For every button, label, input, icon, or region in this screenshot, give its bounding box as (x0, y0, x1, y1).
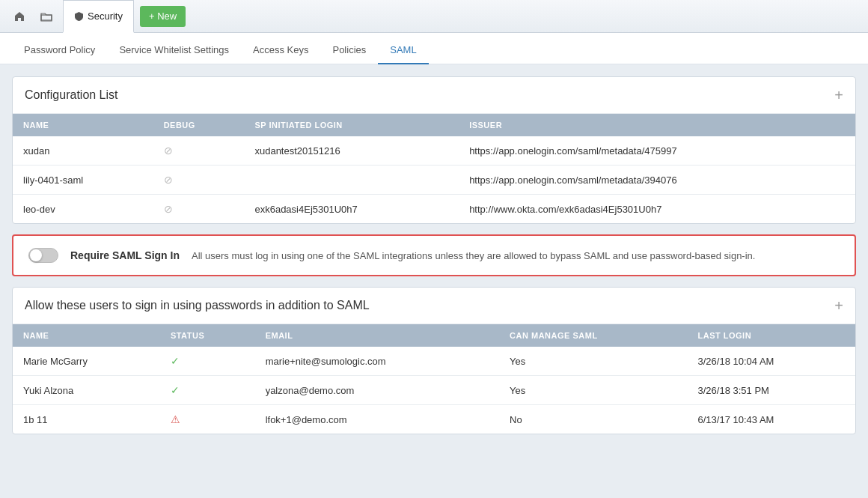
saml-toggle-section: Require SAML Sign In All users must log … (12, 234, 856, 276)
ucol-status: STATUS (160, 324, 255, 347)
cell-issuer: http://www.okta.com/exk6adasi4Ej5301U0h7 (459, 195, 855, 224)
cell-issuer: https://app.onelogin.com/saml/metadata/4… (459, 136, 855, 166)
table-row[interactable]: Marie McGarry ✓ marie+nite@sumologic.com… (13, 347, 855, 376)
cell-debug: ⊘ (153, 136, 245, 166)
cell-last-login: 3/26/18 3:51 PM (688, 376, 856, 405)
ucol-email: EMAIL (255, 324, 499, 347)
cell-sp-login: xudantest20151216 (244, 136, 459, 166)
cell-name: 1b 11 (13, 405, 160, 434)
cell-email: marie+nite@sumologic.com (255, 347, 499, 376)
cell-can-manage: No (499, 405, 687, 434)
config-list-card: Configuration List + NAME DEBUG SP INITI… (12, 76, 856, 224)
cell-debug: ⊘ (153, 195, 245, 224)
cell-name: Yuki Alzona (13, 376, 160, 405)
toggle-thumb (30, 249, 42, 261)
cell-email: lfok+1@demo.com (255, 405, 499, 434)
home-icon[interactable] (9, 6, 30, 27)
saml-toggle-desc: All users must log in using one of the S… (192, 250, 755, 261)
cell-last-login: 3/26/18 10:04 AM (688, 347, 856, 376)
cell-issuer: https://app.onelogin.com/saml/metadata/3… (459, 166, 855, 195)
tab-service-whitelist[interactable]: Service Whitelist Settings (107, 37, 241, 64)
ucol-name: NAME (13, 324, 160, 347)
main-content: Configuration List + NAME DEBUG SP INITI… (0, 64, 868, 498)
table-row[interactable]: leo-dev ⊘ exk6adasi4Ej5301U0h7 http://ww… (13, 195, 855, 224)
config-list-header: Configuration List + (13, 77, 855, 114)
tab-policies[interactable]: Policies (320, 37, 378, 64)
add-user-button[interactable]: + (834, 298, 843, 313)
saml-toggle[interactable] (28, 248, 58, 263)
svg-rect-0 (41, 15, 52, 20)
cell-name: Marie McGarry (13, 347, 160, 376)
ucol-manage: CAN MANAGE SAML (499, 324, 687, 347)
cell-can-manage: Yes (499, 347, 687, 376)
cell-status: ✓ (160, 376, 255, 405)
tab-access-keys[interactable]: Access Keys (241, 37, 320, 64)
add-config-button[interactable]: + (834, 88, 843, 103)
cell-debug: ⊘ (153, 166, 245, 195)
table-row[interactable]: Yuki Alzona ✓ yalzona@demo.com Yes 3/26/… (13, 376, 855, 405)
warning-icon: ⚠ (171, 413, 180, 425)
ucol-last-login: LAST LOGIN (688, 324, 856, 347)
table-row[interactable]: 1b 11 ⚠ lfok+1@demo.com No 6/13/17 10:43… (13, 405, 855, 434)
cell-name: leo-dev (13, 195, 153, 224)
cell-email: yalzona@demo.com (255, 376, 499, 405)
saml-toggle-label: Require SAML Sign In (70, 249, 180, 261)
cell-name: lily-0401-saml (13, 166, 153, 195)
new-button[interactable]: + New (140, 6, 186, 27)
check-icon: ✓ (171, 384, 180, 396)
cell-status: ⚠ (160, 405, 255, 434)
users-table: NAME STATUS EMAIL CAN MANAGE SAML LAST L… (13, 324, 855, 434)
col-name: NAME (13, 114, 153, 136)
users-card: Allow these users to sign in using passw… (12, 287, 856, 434)
config-table: NAME DEBUG SP INITIATED LOGIN ISSUER xud… (13, 114, 855, 223)
cell-sp-login: exk6adasi4Ej5301U0h7 (244, 195, 459, 224)
tab-password-policy[interactable]: Password Policy (12, 37, 107, 64)
table-row[interactable]: lily-0401-saml ⊘ https://app.onelogin.co… (13, 166, 855, 195)
cell-name: xudan (13, 136, 153, 166)
cell-can-manage: Yes (499, 376, 687, 405)
cell-status: ✓ (160, 347, 255, 376)
cell-sp-login (244, 166, 459, 195)
security-tab[interactable]: Security (63, 0, 134, 33)
config-list-title: Configuration List (25, 88, 118, 102)
users-card-header: Allow these users to sign in using passw… (13, 288, 855, 324)
col-issuer: ISSUER (459, 114, 855, 136)
folder-icon[interactable] (36, 6, 57, 27)
col-debug: DEBUG (153, 114, 245, 136)
table-row[interactable]: xudan ⊘ xudantest20151216 https://app.on… (13, 136, 855, 166)
tab-saml[interactable]: SAML (378, 37, 428, 64)
cell-last-login: 6/13/17 10:43 AM (688, 405, 856, 434)
subnav: Password Policy Service Whitelist Settin… (0, 33, 868, 64)
check-icon: ✓ (171, 355, 180, 367)
users-card-title: Allow these users to sign in using passw… (25, 299, 370, 312)
col-sp-login: SP INITIATED LOGIN (244, 114, 459, 136)
